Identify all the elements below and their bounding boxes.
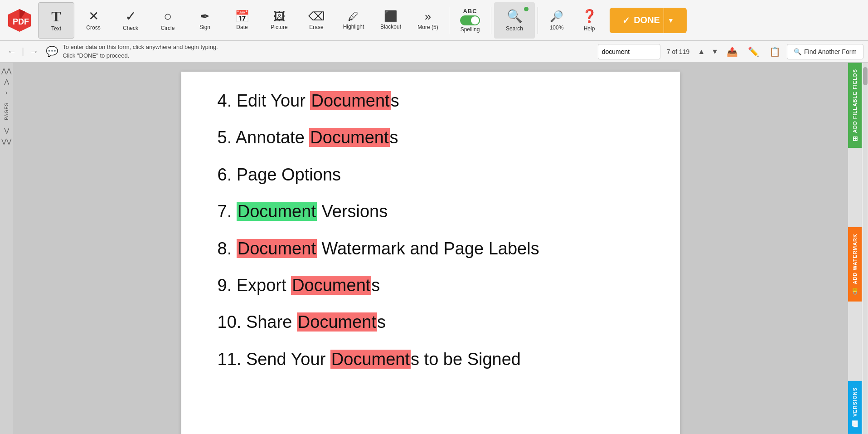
highlight-tool-label: Highlight [343, 24, 364, 30]
line-suffix-8: Watermark and Page Labels [317, 239, 539, 258]
line-number-4: 4. Edit Your [218, 91, 310, 110]
highlight-document-8: Document [237, 239, 317, 258]
page-nav-up[interactable]: ⋀ [3, 77, 10, 86]
blackout-icon: ⬛ [384, 11, 398, 22]
highlight-tool-button[interactable]: 🖊 Highlight [335, 2, 372, 39]
line-number-6: 6. Page Options [218, 165, 341, 184]
scrollbar[interactable] [862, 63, 868, 434]
versions-icon: 📄 [851, 419, 858, 428]
highlight-document-9: Document [291, 276, 371, 295]
toolbar-separator: | [22, 46, 24, 57]
find-another-label: Find Another Form [804, 48, 857, 55]
svg-text:PDF: PDF [13, 17, 29, 26]
search-input[interactable] [602, 48, 656, 55]
scrollbar-thumb[interactable] [863, 67, 868, 85]
info-line2: Click "DONE" to proceed. [63, 52, 218, 60]
doc-line-11: 11. Send Your Documents to be Signed [218, 348, 644, 371]
sign-icon: ✒ [200, 10, 210, 22]
search-label: Search [506, 25, 523, 32]
document-page: 4. Edit Your Documents 5. Annotate Docum… [181, 72, 680, 434]
more-tools-label: More (5) [417, 24, 438, 30]
logo: PDF [4, 2, 35, 39]
done-chevron-icon: ▼ [664, 8, 674, 33]
spelling-label: Spelling [461, 26, 480, 33]
toolbar-divider-1 [449, 7, 449, 34]
line-number-7: 7. [218, 202, 237, 221]
scrollbar-track [863, 63, 868, 434]
versions-tab[interactable]: 📄 VERSIONS [848, 381, 862, 434]
toolbar-divider-2 [491, 7, 491, 34]
redo-button[interactable]: → [27, 44, 41, 59]
search-prev-button[interactable]: ▲ [696, 47, 707, 57]
info-text: To enter data on this form, click anywhe… [63, 43, 218, 59]
circle-tool-label: Circle [161, 25, 175, 31]
add-watermark-tab[interactable]: 🔒 ADD WATERMARK [848, 227, 862, 302]
line-number-10: 10. Share [218, 312, 297, 332]
spelling-button[interactable]: ABC Spelling [452, 2, 488, 39]
check-tool-button[interactable]: ✓ Check [112, 2, 149, 39]
picture-tool-button[interactable]: 🖼 Picture [261, 2, 297, 39]
highlight-document-4: Document [310, 91, 390, 110]
main-area: ⋀⋀ ⋀ › PAGES ⋁ ⋁⋁ 4. Edit Your Documents… [0, 63, 868, 434]
cross-tool-button[interactable]: ✕ Cross [75, 2, 112, 39]
line-suffix-11: s to be Signed [411, 350, 521, 369]
pages-label: PAGES [4, 102, 9, 120]
page-nav-right[interactable]: › [5, 88, 9, 97]
highlight-document-11: Document [330, 350, 411, 369]
page-nav-up-double[interactable]: ⋀⋀ [0, 66, 12, 75]
done-button[interactable]: ✓ DONE ▼ [610, 8, 687, 33]
help-button[interactable]: ❓ Help [573, 2, 605, 39]
line-number-9: 9. Export [218, 276, 291, 295]
picture-icon: 🖼 [273, 10, 285, 22]
line-suffix-9: s [371, 276, 380, 295]
secondary-toolbar: ← | → 💬 To enter data on this form, clic… [0, 41, 868, 63]
cross-icon: ✕ [88, 10, 99, 23]
undo-button[interactable]: ← [5, 44, 19, 59]
doc-line-8: 8. Document Watermark and Page Labels [218, 238, 644, 260]
erase-tool-button[interactable]: ⌫ Erase [298, 2, 335, 39]
text-tool-label: Text [51, 25, 61, 32]
check-tool-label: Check [123, 25, 138, 31]
search-bar [598, 44, 660, 59]
text-icon: T [51, 9, 61, 24]
blackout-tool-button[interactable]: ⬛ Blackout [373, 2, 409, 39]
search-next-button[interactable]: ▼ [709, 47, 720, 57]
edit-icon-button[interactable]: ✏️ [744, 44, 763, 59]
line-number-11: 11. Send Your [218, 350, 330, 369]
add-watermark-label: ADD WATERMARK [852, 234, 858, 284]
doc-line-6: 6. Page Options [218, 164, 644, 186]
doc-line-4: 4. Edit Your Documents [218, 90, 644, 112]
zoom-button[interactable]: 🔎 100% [541, 2, 572, 39]
search-button[interactable]: 🔍 Search [494, 2, 535, 39]
spelling-toggle[interactable] [460, 15, 480, 25]
sign-tool-button[interactable]: ✒ Sign [187, 2, 223, 39]
page-nav-down[interactable]: ⋁ [3, 126, 10, 135]
erase-icon: ⌫ [308, 10, 325, 22]
right-panel: ⊞ ADD FILLABLE FIELDS 🔒 ADD WATERMARK 📄 … [848, 63, 862, 434]
line-suffix-4: s [391, 91, 399, 110]
circle-tool-button[interactable]: ○ Circle [150, 2, 186, 39]
page-nav-down-double[interactable]: ⋁⋁ [0, 137, 12, 146]
right-panel-spacer-2 [848, 302, 862, 381]
doc-line-5: 5. Annotate Documents [218, 127, 644, 149]
comment-button[interactable]: 💬 [44, 44, 60, 59]
add-fillable-fields-tab[interactable]: ⊞ ADD FILLABLE FIELDS [848, 63, 862, 148]
line-suffix-10: s [377, 312, 386, 332]
export-icon-button[interactable]: 📋 [766, 44, 784, 59]
line-suffix-5: s [390, 128, 398, 147]
versions-label: VERSIONS [852, 387, 858, 417]
sign-tool-label: Sign [199, 24, 210, 30]
date-tool-button[interactable]: 📅 Date [224, 2, 260, 39]
checkmark-icon: ✓ [622, 15, 630, 26]
line-suffix-7: Versions [317, 202, 388, 221]
share-icon-button[interactable]: 📤 [723, 44, 742, 59]
search-active-indicator [524, 7, 529, 11]
doc-line-9: 9. Export Documents [218, 274, 644, 297]
more-tools-button[interactable]: » More (5) [410, 2, 446, 39]
document-area[interactable]: 4. Edit Your Documents 5. Annotate Docum… [13, 63, 848, 434]
find-another-form-button[interactable]: 🔍 Find Another Form [787, 44, 863, 59]
date-icon: 📅 [235, 10, 249, 22]
text-tool-button[interactable]: T Text [38, 2, 74, 39]
info-line1: To enter data on this form, click anywhe… [63, 43, 218, 51]
more-icon: » [425, 10, 431, 22]
